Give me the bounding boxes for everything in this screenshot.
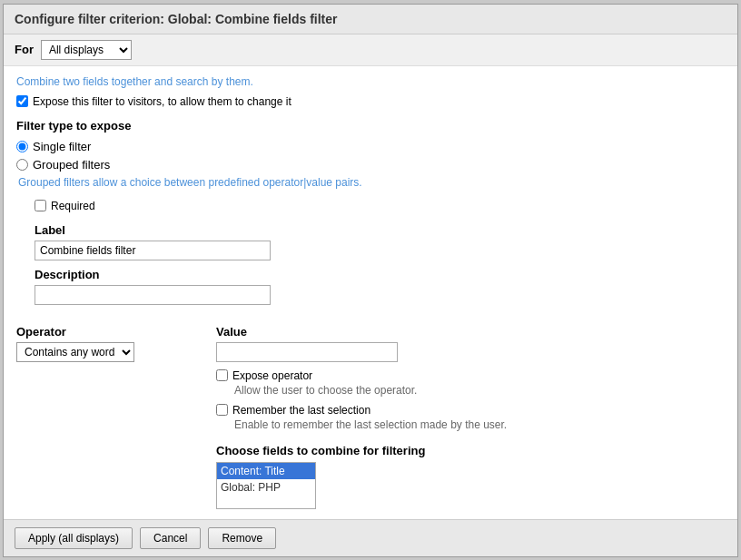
label-field-title: Label — [35, 223, 725, 237]
filter-type-title: Filter type to expose — [16, 119, 725, 133]
remember-label: Remember the last selection — [232, 404, 370, 417]
operator-select-wrap: Contains any word Contains all words Con… — [16, 342, 180, 362]
expose-operator-desc: Allow the user to choose the operator. — [234, 384, 725, 397]
indent-section: Required Label Description — [16, 200, 725, 305]
dialog-body: Combine two fields together and search b… — [4, 66, 737, 519]
required-label: Required — [51, 200, 95, 212]
predefined-link[interactable]: predefined operator|value pairs — [208, 176, 359, 189]
grouped-desc-prefix: Grouped filters allow a choice between — [18, 176, 208, 189]
remove-button[interactable]: Remove — [208, 527, 276, 549]
apply-button[interactable]: Apply (all displays) — [15, 527, 133, 549]
value-input[interactable] — [216, 342, 398, 362]
list-item[interactable]: Content: Title — [217, 463, 315, 479]
description-field-title: Description — [35, 268, 725, 281]
for-select[interactable]: All displays Page Block — [41, 40, 132, 60]
for-label: For — [15, 43, 34, 56]
dialog-title: Configure filter criterion: Global: Comb… — [4, 5, 737, 34]
expose-operator-checkbox[interactable] — [216, 369, 228, 381]
operator-title: Operator — [16, 325, 180, 339]
remember-desc: Enable to remember the last selection ma… — [234, 418, 725, 431]
expose-checkbox-label: Expose this filter to visitors, to allow… — [33, 95, 291, 108]
grouped-filter-radio-row: Grouped filters — [16, 158, 725, 172]
expose-checkbox[interactable] — [16, 95, 28, 107]
fields-listbox[interactable]: Content: Title Global: PHP — [216, 462, 316, 509]
expose-operator-row: Expose operator — [216, 369, 725, 382]
cancel-button[interactable]: Cancel — [140, 527, 201, 549]
info-text: Combine two fields together and search b… — [16, 75, 725, 88]
operator-select[interactable]: Contains any word Contains all words Con… — [16, 342, 134, 362]
grouped-filter-radio[interactable] — [16, 159, 28, 171]
expose-operator-label: Expose operator — [232, 369, 312, 382]
list-item[interactable]: Global: PHP — [217, 479, 315, 496]
combine-fields-title: Choose fields to combine for filtering — [216, 444, 725, 457]
remember-row: Remember the last selection — [216, 404, 725, 417]
configure-filter-dialog: Configure filter criterion: Global: Comb… — [3, 4, 738, 557]
dialog-footer: Apply (all displays) Cancel Remove — [4, 519, 737, 556]
single-filter-label: Single filter — [33, 140, 91, 153]
grouped-desc-suffix: . — [359, 176, 361, 189]
expose-checkbox-row: Expose this filter to visitors, to allow… — [16, 95, 725, 108]
description-input[interactable] — [35, 285, 271, 305]
single-filter-radio[interactable] — [16, 141, 28, 152]
remember-checkbox[interactable] — [216, 404, 228, 416]
value-title: Value — [216, 325, 725, 339]
required-checkbox[interactable] — [35, 200, 46, 211]
single-filter-radio-row: Single filter — [16, 140, 725, 153]
label-input[interactable] — [35, 241, 271, 260]
grouped-filter-label: Grouped filters — [33, 158, 110, 172]
for-row: For All displays Page Block — [4, 34, 737, 66]
operator-value-section: Operator Contains any word Contains all … — [16, 318, 725, 509]
value-col: Value Expose operator Allow the user to … — [216, 318, 725, 509]
required-row: Required — [35, 200, 725, 212]
operator-col: Operator Contains any word Contains all … — [16, 318, 180, 362]
grouped-desc: Grouped filters allow a choice between p… — [16, 176, 725, 189]
